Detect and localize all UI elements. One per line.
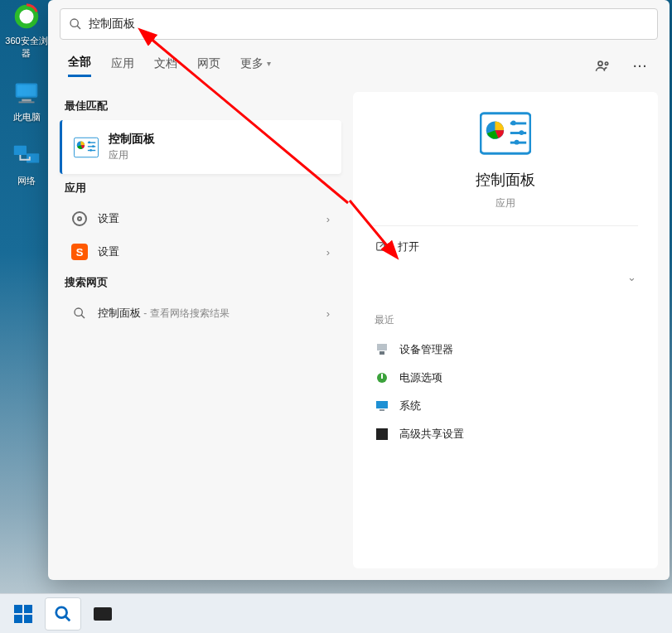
best-match-subtitle: 应用	[109, 148, 155, 162]
svg-rect-35	[381, 374, 383, 379]
account-icon[interactable]	[593, 57, 612, 75]
svg-point-28	[519, 130, 524, 135]
desktop-icon-network[interactable]: 网络	[3, 140, 50, 187]
svg-rect-3	[17, 85, 36, 96]
chevron-right-icon: ›	[326, 246, 330, 259]
svg-point-20	[75, 308, 82, 316]
web-search-label: 控制面板 - 查看网络搜索结果	[98, 306, 317, 321]
divider	[373, 225, 638, 226]
control-panel-icon	[74, 135, 99, 160]
recent-label-text: 设备管理器	[399, 342, 453, 357]
svg-point-41	[56, 606, 67, 617]
control-panel-icon	[480, 112, 531, 155]
svg-point-27	[511, 121, 516, 126]
app-row-settings[interactable]: 设置 ›	[60, 202, 341, 235]
chevron-down-icon: ⌄	[627, 271, 636, 283]
recent-advanced-sharing[interactable]: 高级共享设置	[373, 420, 638, 448]
svg-rect-38	[376, 428, 388, 440]
desktop-icon-label: 360安全浏器	[5, 35, 47, 60]
preview-title: 控制面板	[476, 170, 535, 190]
svg-point-11	[605, 62, 607, 65]
more-options-icon[interactable]: ···	[631, 57, 650, 75]
open-label: 打开	[398, 239, 419, 254]
this-pc-icon	[10, 76, 43, 109]
search-flyout: 全部 应用 文档 网页 更多▾ ··· 最佳匹配 控制面板 应用 应用 设置 ›	[48, 0, 670, 580]
search-icon	[71, 305, 88, 321]
svg-point-8	[70, 19, 78, 27]
svg-point-1	[19, 9, 33, 23]
browser-360-icon	[10, 0, 43, 33]
tab-docs[interactable]: 文档	[154, 56, 177, 76]
tab-more[interactable]: 更多▾	[240, 56, 271, 76]
svg-rect-4	[22, 99, 31, 102]
tab-web[interactable]: 网页	[197, 56, 220, 76]
svg-point-17	[88, 141, 90, 143]
chevron-right-icon: ›	[326, 307, 330, 320]
task-view-button[interactable]	[85, 597, 121, 631]
search-tabs: 全部 应用 文档 网页 更多▾ ···	[48, 40, 670, 84]
tab-all[interactable]: 全部	[68, 55, 91, 77]
desktop-icon-label: 此电脑	[13, 111, 41, 123]
svg-rect-32	[377, 344, 387, 350]
recent-device-manager[interactable]: 设备管理器	[373, 336, 638, 364]
network-icon	[10, 140, 43, 173]
svg-rect-15	[88, 146, 95, 147]
preview-pane: 控制面板 应用 打开 ⌄ 最近 设备管理器 电源选项	[353, 92, 658, 568]
chevron-down-icon: ▾	[267, 59, 271, 68]
best-match-item[interactable]: 控制面板 应用	[60, 120, 341, 174]
section-web: 搜索网页	[60, 268, 341, 297]
tab-apps[interactable]: 应用	[111, 56, 134, 76]
svg-rect-7	[27, 153, 39, 162]
recent-label-text: 电源选项	[399, 370, 442, 385]
svg-line-9	[77, 26, 80, 29]
svg-point-19	[89, 148, 92, 151]
svg-rect-25	[510, 132, 526, 134]
app-row-sogou-settings[interactable]: S 设置 ›	[60, 235, 341, 268]
svg-rect-5	[19, 101, 35, 103]
svg-line-31	[380, 243, 384, 247]
best-match-title: 控制面板	[109, 132, 155, 147]
svg-line-21	[81, 315, 85, 318]
sogou-icon: S	[71, 244, 88, 260]
svg-rect-36	[376, 401, 388, 408]
search-bar[interactable]	[60, 8, 658, 40]
desktop-icon-360[interactable]: 360安全浏器	[3, 0, 50, 60]
recent-system[interactable]: 系统	[373, 392, 638, 420]
desktop-icons: 360安全浏器 此电脑 网络	[3, 0, 50, 187]
svg-rect-6	[14, 146, 27, 155]
recent-label-text: 高级共享设置	[399, 427, 464, 442]
start-button[interactable]	[5, 597, 41, 631]
desktop-icon-label: 网络	[17, 175, 36, 187]
desktop-icon-this-pc[interactable]: 此电脑	[3, 76, 50, 123]
expand-actions[interactable]: ⌄	[373, 263, 638, 292]
search-icon	[54, 605, 72, 623]
search-input[interactable]	[89, 17, 649, 31]
results-list: 最佳匹配 控制面板 应用 应用 设置 › S 设置 › 搜索网页	[60, 92, 341, 568]
search-icon	[69, 17, 82, 31]
section-best-match: 最佳匹配	[60, 92, 341, 120]
taskbar-search-button[interactable]	[45, 597, 81, 631]
svg-point-29	[515, 140, 520, 145]
svg-rect-37	[380, 409, 384, 411]
app-row-label: 设置	[98, 244, 317, 259]
chevron-right-icon: ›	[326, 213, 330, 225]
svg-point-18	[92, 145, 94, 147]
open-action[interactable]: 打开	[373, 231, 638, 263]
recent-label-text: 系统	[399, 399, 421, 413]
power-options-icon	[375, 370, 389, 385]
app-row-label: 设置	[98, 211, 317, 226]
task-view-icon	[94, 607, 112, 621]
taskbar	[0, 593, 672, 633]
recent-power-options[interactable]: 电源选项	[373, 364, 638, 392]
sharing-icon	[375, 427, 389, 442]
svg-point-10	[598, 61, 602, 65]
recent-label: 最近	[375, 313, 638, 327]
gear-icon	[71, 210, 88, 227]
svg-line-42	[65, 616, 70, 621]
system-icon	[375, 399, 389, 413]
windows-logo-icon	[14, 605, 32, 623]
device-manager-icon	[375, 342, 389, 357]
section-apps: 应用	[60, 174, 341, 202]
svg-rect-33	[380, 351, 384, 355]
web-search-row[interactable]: 控制面板 - 查看网络搜索结果 ›	[60, 297, 341, 330]
